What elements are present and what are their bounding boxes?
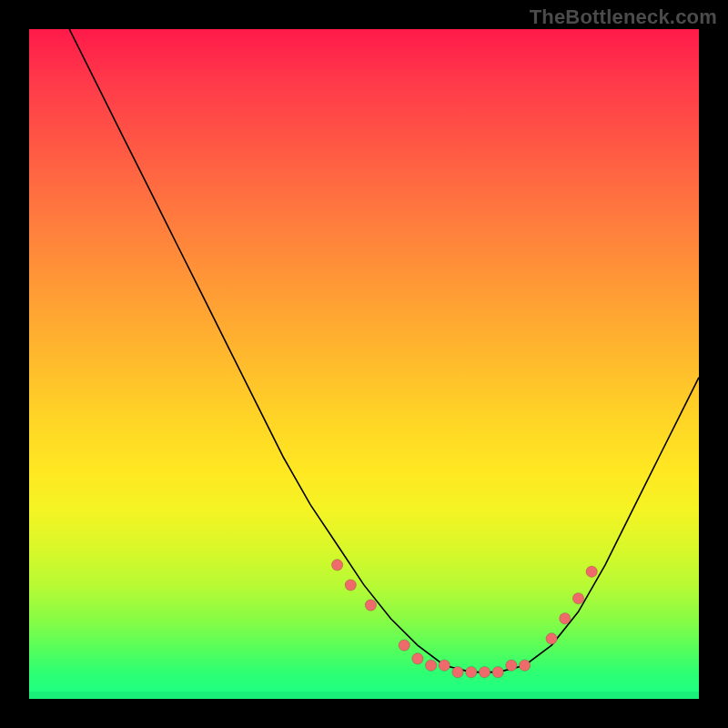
- curve-dot: [560, 613, 571, 624]
- curve-dot: [452, 666, 463, 677]
- curve-dot: [425, 660, 436, 671]
- curve-svg: [29, 29, 699, 699]
- curve-dot: [345, 580, 356, 591]
- watermark-text: TheBottleneck.com: [530, 5, 717, 29]
- curve-dot: [586, 566, 597, 577]
- curve-dot: [546, 633, 557, 644]
- curve-dot: [399, 640, 410, 651]
- dot-group: [331, 560, 597, 678]
- curve-dot: [506, 660, 517, 671]
- curve-dot: [439, 660, 450, 671]
- outer-frame: TheBottleneck.com: [0, 0, 728, 728]
- bottleneck-curve: [69, 29, 699, 672]
- curve-dot: [331, 560, 342, 571]
- curve-dot: [519, 660, 530, 671]
- curve-dot: [466, 666, 477, 677]
- curve-dot: [479, 666, 490, 677]
- curve-dot: [492, 666, 503, 677]
- curve-dot: [365, 600, 376, 611]
- curve-dot: [412, 653, 423, 664]
- curve-dot: [572, 592, 583, 603]
- plot-area: [29, 29, 699, 699]
